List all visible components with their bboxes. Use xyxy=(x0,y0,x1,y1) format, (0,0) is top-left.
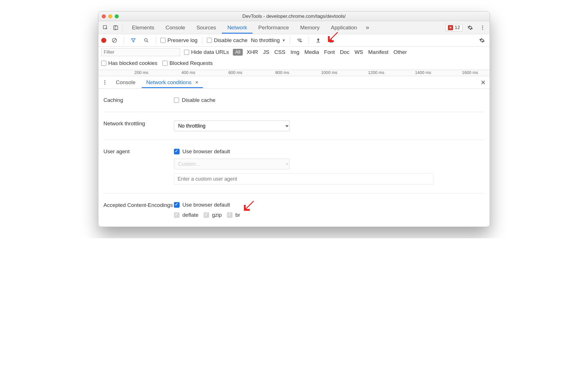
tab-application[interactable]: Application xyxy=(325,22,363,34)
network-toolbar: Preserve log Disable cache No throttling… xyxy=(98,34,490,47)
close-drawer-icon[interactable] xyxy=(478,78,488,87)
inspect-element-icon[interactable] xyxy=(101,23,110,32)
svg-rect-11 xyxy=(317,42,320,42)
preserve-log-checkbox[interactable]: Preserve log xyxy=(160,37,198,43)
enc-br-input xyxy=(227,212,233,218)
top-right-tools: 12 xyxy=(445,23,487,32)
svg-point-13 xyxy=(104,80,105,81)
chevron-down-icon: ▼ xyxy=(282,38,285,42)
enc-use-default-input[interactable] xyxy=(174,202,180,208)
caching-disable-cache-text: Disable cache xyxy=(182,97,215,103)
filter-type-img[interactable]: Img xyxy=(290,49,299,55)
settings-gear-icon[interactable] xyxy=(465,23,475,32)
upload-har-icon[interactable] xyxy=(313,36,323,45)
tab-sources[interactable]: Sources xyxy=(191,22,222,34)
filter-type-font[interactable]: Font xyxy=(324,49,335,55)
disable-cache-checkbox[interactable]: Disable cache xyxy=(207,37,247,43)
tab-elements[interactable]: Elements xyxy=(126,22,160,34)
drawer-tab-network-conditions[interactable]: Network conditions × xyxy=(142,77,203,88)
enc-use-default-checkbox[interactable]: Use browser default xyxy=(174,202,485,208)
svg-point-15 xyxy=(104,84,105,84)
drawer-tab-label: Network conditions xyxy=(146,79,192,85)
caching-disable-cache-checkbox[interactable]: Disable cache xyxy=(174,97,485,103)
has-blocked-cookies-checkbox[interactable]: Has blocked cookies xyxy=(101,60,157,66)
hide-data-urls-label: Hide data URLs xyxy=(191,49,229,55)
filter-row: Hide data URLs All XHR JS CSS Img Media … xyxy=(98,47,490,59)
filter-type-all[interactable]: All xyxy=(233,49,243,56)
filter-input[interactable] xyxy=(101,48,180,56)
filter-type-other[interactable]: Other xyxy=(394,49,407,55)
svg-line-7 xyxy=(113,39,116,42)
record-button[interactable] xyxy=(101,38,106,43)
section-user-agent: User agent Use browser default Custom... xyxy=(103,140,485,193)
has-blocked-cookies-input[interactable] xyxy=(101,61,106,66)
timeline-tick: 1600 ms xyxy=(462,70,478,75)
filter-type-js[interactable]: JS xyxy=(263,49,269,55)
ua-use-default-input[interactable] xyxy=(174,149,180,154)
error-icon xyxy=(448,25,453,30)
throttling-value: No throttling xyxy=(251,37,280,43)
network-settings-gear-icon[interactable] xyxy=(477,36,487,45)
section-throttling: Network throttling No throttling xyxy=(103,112,485,140)
filter-type-css[interactable]: CSS xyxy=(274,49,285,55)
devtools-window: DevTools - developer.chrome.com/tags/dev… xyxy=(98,11,490,227)
section-caching: Caching Disable cache xyxy=(103,89,485,112)
network-conditions-panel: Caching Disable cache Network throttling… xyxy=(98,89,490,227)
filter-type-manifest[interactable]: Manifest xyxy=(368,49,388,55)
tab-performance[interactable]: Performance xyxy=(253,22,295,34)
hide-data-urls-input[interactable] xyxy=(184,50,189,55)
filter-type-doc[interactable]: Doc xyxy=(340,49,350,55)
timeline-ruler[interactable]: 200 ms 400 ms 600 ms 800 ms 1000 ms 1200… xyxy=(98,70,490,76)
disable-cache-input[interactable] xyxy=(207,38,212,43)
caching-disable-cache-input[interactable] xyxy=(174,98,179,103)
close-tab-icon[interactable]: × xyxy=(195,79,198,85)
blocked-requests-label: Blocked Requests xyxy=(169,60,213,66)
drawer-tab-console[interactable]: Console xyxy=(111,77,140,88)
download-har-icon[interactable] xyxy=(326,36,336,45)
timeline-tick: 800 ms xyxy=(275,70,289,75)
svg-point-5 xyxy=(482,29,483,30)
filter-types: XHR JS CSS Img Media Font Doc WS Manifes… xyxy=(247,49,407,55)
ua-use-default-checkbox[interactable]: Use browser default xyxy=(174,148,485,155)
throttling-select[interactable]: No throttling xyxy=(174,121,289,131)
more-tabs-icon[interactable]: » xyxy=(363,23,372,32)
blocked-requests-checkbox[interactable]: Blocked Requests xyxy=(162,60,213,66)
filter-type-xhr[interactable]: XHR xyxy=(247,49,258,55)
network-conditions-icon[interactable] xyxy=(295,36,304,45)
svg-point-10 xyxy=(300,41,302,42)
enc-gzip-text: gzip xyxy=(212,212,222,218)
timeline-tick: 400 ms xyxy=(182,70,195,75)
ua-custom-select: Custom... xyxy=(174,159,289,169)
search-icon[interactable] xyxy=(142,36,151,45)
timeline-tick: 600 ms xyxy=(228,70,242,75)
hide-data-urls-checkbox[interactable]: Hide data URLs xyxy=(184,49,229,55)
enc-deflate-input xyxy=(174,212,180,218)
preserve-log-input[interactable] xyxy=(160,38,165,43)
device-toolbar-icon[interactable] xyxy=(111,23,120,32)
error-count-badge[interactable]: 12 xyxy=(445,24,463,31)
divider xyxy=(156,37,156,44)
enc-br-text: br xyxy=(235,212,240,218)
divider xyxy=(124,37,124,44)
drawer-kebab-menu-icon[interactable] xyxy=(100,78,110,87)
clear-icon[interactable] xyxy=(110,36,119,45)
kebab-menu-icon[interactable] xyxy=(478,23,487,32)
filter-icon[interactable] xyxy=(129,36,138,45)
tab-memory[interactable]: Memory xyxy=(295,22,325,34)
tab-network[interactable]: Network xyxy=(222,22,253,34)
svg-point-8 xyxy=(144,38,147,41)
filter-row-2: Has blocked cookies Blocked Requests xyxy=(98,59,490,70)
divider xyxy=(290,37,290,44)
filter-type-media[interactable]: Media xyxy=(304,49,319,55)
caching-label: Caching xyxy=(103,97,174,103)
enc-deflate-text: deflate xyxy=(182,212,198,218)
divider xyxy=(202,37,202,44)
tab-console[interactable]: Console xyxy=(160,22,191,34)
svg-point-4 xyxy=(482,27,483,28)
throttling-dropdown[interactable]: No throttling ▼ xyxy=(251,37,285,43)
throttling-label: Network throttling xyxy=(103,121,174,127)
blocked-requests-input[interactable] xyxy=(162,61,167,66)
has-blocked-cookies-label: Has blocked cookies xyxy=(108,60,157,66)
timeline-tick: 1000 ms xyxy=(321,70,337,75)
filter-type-ws[interactable]: WS xyxy=(355,49,363,55)
